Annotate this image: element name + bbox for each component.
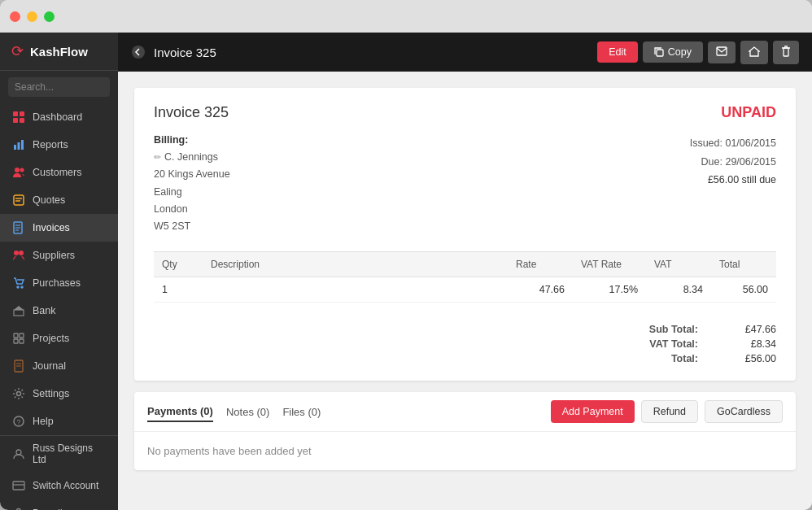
sidebar-item-label: Russ Designs Ltd [33, 442, 107, 465]
copy-button[interactable]: Copy [643, 41, 703, 63]
sidebar-item-projects[interactable]: Projects [0, 325, 118, 352]
tab-notes[interactable]: Notes (0) [226, 403, 269, 421]
invoice-table: Qty Description Rate VAT Rate VAT Total [154, 251, 776, 303]
svg-rect-20 [14, 310, 24, 316]
svg-point-8 [20, 168, 24, 172]
trash-icon [781, 46, 791, 57]
sidebar-item-label: Bank [33, 305, 56, 316]
home-button[interactable] [740, 41, 768, 64]
sub-total-value: £47.66 [711, 324, 776, 335]
svg-point-7 [15, 168, 20, 172]
sidebar-item-label: Reports [33, 139, 68, 150]
billing-name: ✏ C. Jennings [154, 149, 230, 166]
svg-point-19 [21, 286, 23, 288]
pencil-icon: ✏ [154, 150, 161, 165]
add-payment-button[interactable]: Add Payment [551, 400, 635, 423]
svg-rect-6 [21, 140, 24, 150]
close-button[interactable] [10, 11, 20, 22]
svg-text:?: ? [17, 418, 21, 426]
svg-point-32 [16, 450, 21, 455]
sidebar-item-label: Journal [33, 360, 66, 372]
sidebar-item-quotes[interactable]: Quotes [0, 186, 118, 214]
sidebar-item-purchases[interactable]: Purchases [0, 269, 118, 297]
table-row: 1 47.66 17.5% 8.34 56.00 [154, 277, 776, 303]
tab-files[interactable]: Files (0) [282, 403, 321, 421]
svg-rect-2 [13, 118, 18, 123]
payments-actions: Add Payment Refund GoCardless [551, 400, 783, 423]
home-icon [749, 46, 760, 57]
col-qty: Qty [154, 252, 203, 277]
sidebar-item-customers[interactable]: Customers [0, 159, 118, 186]
back-button[interactable] [131, 45, 146, 59]
svg-rect-9 [14, 195, 24, 205]
sidebar-item-dashboard[interactable]: Dashboard [0, 103, 118, 131]
vat-total-value: £8.34 [711, 338, 776, 350]
payments-body: No payments have been added yet [134, 432, 796, 470]
sidebar-search-container [0, 71, 118, 103]
svg-rect-41 [784, 48, 788, 56]
projects-icon [11, 331, 26, 346]
payments-card: Payments (0) Notes (0) Files (0) Add Pay… [134, 392, 796, 470]
settings-icon [11, 386, 26, 401]
payments-empty-message: No payments have been added yet [147, 445, 312, 457]
svg-rect-0 [13, 111, 18, 116]
sidebar-item-account[interactable]: Russ Designs Ltd [0, 436, 118, 472]
sidebar-item-reports[interactable]: Reports [0, 131, 118, 159]
svg-rect-38 [657, 50, 663, 56]
sidebar-item-invoices[interactable]: Invoices [0, 214, 118, 242]
sidebar-item-switch[interactable]: Switch Account [0, 472, 118, 499]
refund-button[interactable]: Refund [641, 400, 698, 423]
search-input[interactable] [8, 77, 110, 97]
sidebar-item-label: Help [33, 416, 54, 427]
invoice-title: Invoice 325 [154, 104, 229, 121]
payments-tabs: Payments (0) Notes (0) Files (0) Add Pay… [134, 392, 796, 432]
svg-rect-3 [20, 118, 24, 123]
sidebar-item-payroll[interactable]: Payroll [0, 499, 118, 510]
back-arrow-icon [131, 45, 146, 59]
sidebar-item-label: Quotes [33, 194, 65, 206]
bank-icon [11, 303, 26, 318]
tab-payments[interactable]: Payments (0) [147, 402, 213, 422]
sidebar-item-label: Invoices [33, 222, 70, 233]
svg-rect-1 [20, 111, 24, 116]
sidebar-item-journal[interactable]: Journal [0, 352, 118, 380]
col-rate: Rate [508, 252, 573, 277]
sidebar-item-label: Dashboard [33, 111, 82, 123]
titlebar [0, 0, 812, 33]
edit-button[interactable]: Edit [597, 41, 638, 63]
sidebar-bottom: Russ Designs Ltd Switch Account Payroll [0, 435, 118, 510]
minimize-button[interactable] [27, 11, 37, 22]
invoice-details: Billing: ✏ C. Jennings 20 Kings Avenue E… [134, 134, 796, 251]
vat-total-row: VAT Total: £8.34 [154, 338, 776, 350]
svg-marker-40 [749, 47, 759, 56]
svg-rect-33 [13, 482, 24, 490]
sidebar-item-bank[interactable]: Bank [0, 297, 118, 325]
vat-total-label: VAT Total: [630, 338, 711, 350]
switch-icon [11, 478, 26, 493]
header-actions: Edit Copy [597, 41, 799, 64]
copy-icon [654, 47, 664, 57]
svg-point-18 [17, 286, 19, 288]
delete-button[interactable] [773, 41, 799, 64]
total-label: Total: [630, 353, 711, 364]
cell-total: 56.00 [711, 277, 776, 303]
sidebar-item-help[interactable]: ? Help [0, 408, 118, 435]
email-icon [716, 46, 727, 56]
maximize-button[interactable] [44, 11, 55, 22]
main-area: Invoice 325 Edit Copy [118, 33, 812, 510]
svg-rect-24 [14, 339, 18, 343]
payroll-icon [11, 506, 26, 510]
invoice-meta: Issued: 01/06/2015 Due: 29/06/2015 £56.0… [690, 134, 776, 235]
cell-vat-rate: 17.5% [573, 277, 646, 303]
col-vat-rate: VAT Rate [573, 252, 646, 277]
billing-label: Billing: [154, 134, 230, 146]
sidebar-item-suppliers[interactable]: Suppliers [0, 242, 118, 269]
svg-rect-22 [14, 333, 18, 338]
gocardless-button[interactable]: GoCardless [705, 400, 783, 423]
col-total: Total [711, 252, 776, 277]
sidebar-item-settings[interactable]: Settings [0, 380, 118, 408]
email-button[interactable] [708, 41, 736, 63]
logo-icon: ⟳ [11, 42, 24, 60]
sidebar-item-label: Purchases [33, 277, 81, 289]
col-description: Description [203, 252, 508, 277]
